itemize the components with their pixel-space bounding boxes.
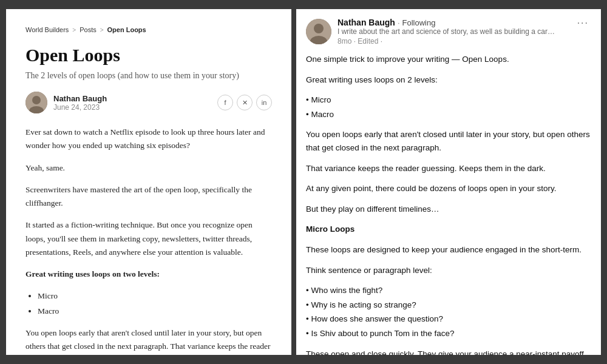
post-header: Nathan Baugh · Following I write about t…	[306, 18, 591, 46]
article-paragraph: Screenwriters have mastered the art of t…	[25, 183, 272, 211]
post-content: One simple trick to improve your writing…	[306, 53, 591, 355]
post-author-bio: I write about the art and science of sto…	[337, 27, 556, 36]
post-paragraph: But they play on different timelines…	[306, 203, 591, 216]
breadcrumb-item-2[interactable]: Posts	[80, 26, 97, 33]
article-paragraph: It started as a fiction-writing techniqu…	[25, 218, 272, 259]
more-options-button[interactable]: ···	[575, 18, 591, 29]
linkedin-share-button[interactable]: in	[256, 95, 272, 110]
author-info: Nathan Baugh June 24, 2023	[25, 92, 107, 113]
article-subtitle: The 2 levels of open loops (and how to u…	[25, 71, 272, 81]
breadcrumb-sep-1: >	[72, 27, 76, 33]
article-title: Open Loops	[25, 44, 272, 66]
author-name[interactable]: Nathan Baugh	[53, 94, 107, 103]
svg-point-1	[32, 96, 41, 104]
breadcrumb-current: Open Loops	[107, 26, 146, 33]
article-paragraph: You open loops early that aren't closed …	[25, 326, 272, 355]
list-item: Macro	[38, 305, 272, 318]
svg-point-4	[314, 24, 324, 33]
article-paragraph: Yeah, same.	[25, 161, 272, 175]
post-bullet-item: • How does she answer the question?	[306, 312, 591, 326]
post-paragraph: That variance keeps the reader guessing.…	[306, 162, 591, 175]
post-bullet-item: • Is Shiv about to punch Tom in the face…	[306, 327, 591, 340]
social-icons: f ✕ in	[217, 95, 272, 110]
separator-dot: ·	[398, 18, 400, 27]
article-paragraph: Great writing uses loops on two levels:	[25, 268, 272, 281]
post-author-block: Nathan Baugh · Following I write about t…	[306, 18, 556, 46]
post-author-details: Nathan Baugh · Following I write about t…	[337, 18, 556, 46]
post-bullet-item: • Macro	[306, 108, 591, 121]
post-bullet-item: • Why is he acting so strange?	[306, 298, 591, 312]
author-text: Nathan Baugh June 24, 2023	[53, 94, 107, 112]
breadcrumb: World Builders > Posts > Open Loops	[25, 26, 272, 33]
post-avatar	[306, 19, 331, 44]
post-paragraph: One simple trick to improve your writing…	[306, 53, 591, 66]
article-list: MicroMacro	[25, 289, 272, 318]
post-paragraph: At any given point, there could be dozen…	[306, 182, 591, 195]
twitter-share-button[interactable]: ✕	[237, 95, 253, 110]
left-article-panel: World Builders > Posts > Open Loops Open…	[6, 9, 291, 355]
post-paragraph: These loops are designed to keep your au…	[306, 243, 591, 257]
avatar	[25, 92, 47, 113]
author-date: June 24, 2023	[53, 103, 107, 112]
post-meta: 8mo · Edited ·	[337, 37, 556, 46]
article-body: Ever sat down to watch a Netflix episode…	[25, 126, 272, 355]
facebook-share-button[interactable]: f	[217, 95, 233, 110]
post-paragraph: These open and close quickly. They give …	[306, 348, 591, 356]
post-paragraph: Micro Loops	[306, 223, 591, 236]
breadcrumb-sep-2: >	[100, 27, 104, 33]
post-paragraph: You open loops early that aren't closed …	[306, 128, 591, 154]
list-item: Micro	[38, 289, 272, 303]
breadcrumb-item-1[interactable]: World Builders	[25, 26, 69, 33]
post-author-name[interactable]: Nathan Baugh	[337, 18, 395, 27]
article-paragraph: Ever sat down to watch a Netflix episode…	[25, 126, 272, 153]
post-bullet-item: • Micro	[306, 93, 591, 107]
right-post-panel: Nathan Baugh · Following I write about t…	[296, 9, 601, 355]
post-paragraph: Think sentence or paragraph level:	[306, 264, 591, 277]
following-badge[interactable]: Following	[402, 18, 436, 27]
post-author-name-line: Nathan Baugh · Following	[337, 18, 556, 27]
post-bullet-item: • Who wins the fight?	[306, 284, 591, 297]
post-paragraph: Great writing uses loops on 2 levels:	[306, 73, 591, 87]
author-row: Nathan Baugh June 24, 2023 f ✕ in	[25, 92, 272, 113]
